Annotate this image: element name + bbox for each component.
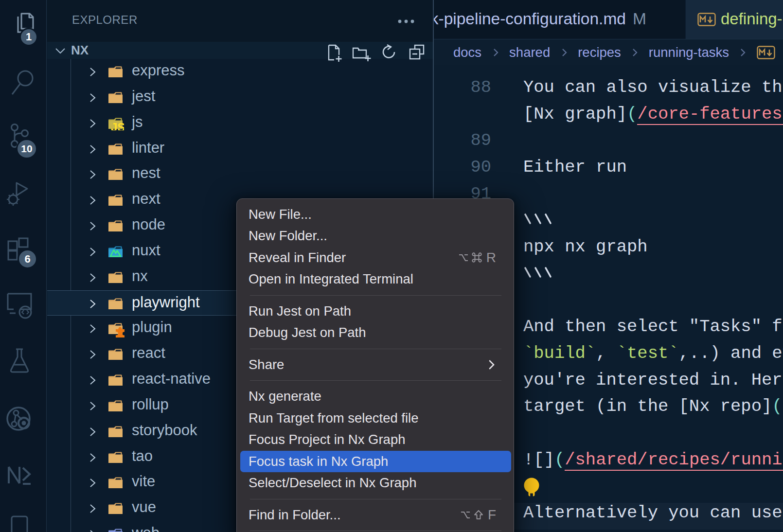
svg-text:JS: JS (111, 121, 124, 130)
